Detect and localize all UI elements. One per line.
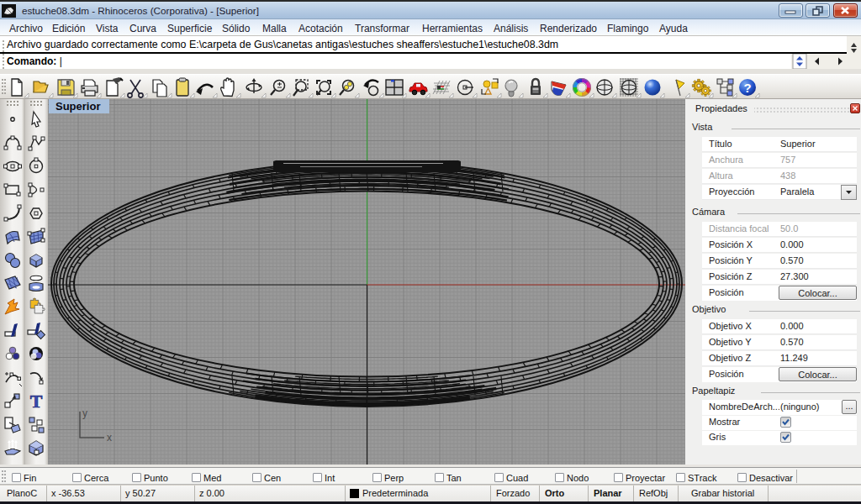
svg-text:y: y (82, 407, 87, 419)
svg-text:?: ? (743, 81, 751, 95)
svg-text:T: T (30, 391, 43, 412)
svg-text:x: x (107, 432, 112, 444)
